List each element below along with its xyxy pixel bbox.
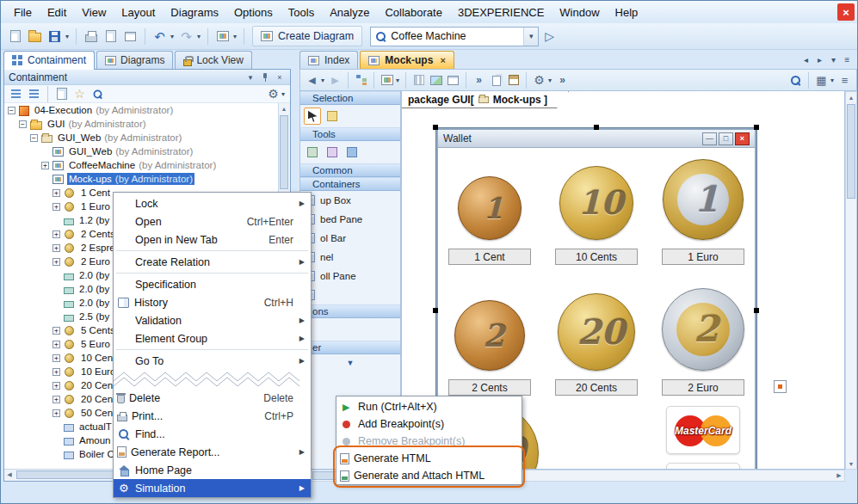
- expand-icon[interactable]: +: [52, 354, 60, 362]
- menu-item-specification[interactable]: Specification: [114, 275, 311, 293]
- palette-header-tools[interactable]: Tools: [300, 127, 400, 141]
- submenu-item-run-ctrl-alt-x[interactable]: Run (Ctrl+Alt+X): [336, 398, 522, 415]
- doc-tab-index[interactable]: Index: [299, 51, 358, 69]
- scroll-right-icon[interactable]: ▶: [834, 470, 844, 481]
- palette-scroll-down-icon[interactable]: ▼: [300, 354, 400, 372]
- forward-icon[interactable]: ▶: [327, 72, 343, 89]
- diagram-options-dropdown-icon[interactable]: ▾: [546, 77, 553, 84]
- menu-diagrams[interactable]: Diagrams: [163, 3, 226, 22]
- scroll-up-icon[interactable]: ▲: [279, 103, 289, 114]
- collapse-icon[interactable]: −: [8, 107, 15, 114]
- wallet-titlebar[interactable]: Wallet — □ ×: [438, 130, 755, 148]
- redo-dropdown-icon[interactable]: ▾: [195, 33, 202, 40]
- coin-cell-20-cents[interactable]: 2020 Cents: [550, 265, 643, 396]
- expand-icon[interactable]: +: [52, 341, 60, 348]
- panel-tab-containment[interactable]: Containment: [3, 51, 95, 69]
- collapse-icon[interactable]: −: [30, 134, 38, 142]
- wallet-card-cell[interactable]: MasterCardVISA: [657, 404, 750, 470]
- overflow-chevron-icon[interactable]: »: [471, 72, 487, 89]
- print-icon[interactable]: [82, 28, 100, 46]
- run-selection-icon[interactable]: ▷: [540, 28, 559, 46]
- close-icon[interactable]: ×: [735, 132, 750, 145]
- expand-icon[interactable]: +: [52, 396, 60, 403]
- menu-edit[interactable]: Edit: [40, 3, 74, 22]
- menu-3dexperience[interactable]: 3DEXPERIENCE: [450, 3, 552, 22]
- menu-view[interactable]: View: [74, 3, 114, 22]
- save-dropdown-icon[interactable]: ▾: [64, 33, 71, 40]
- expand-icon[interactable]: +: [52, 203, 60, 211]
- overflow-chevron-icon[interactable]: »: [554, 72, 571, 89]
- panel-tab-diagrams[interactable]: Diagrams: [96, 51, 173, 69]
- submenu-item-generate-html[interactable]: Generate HTML: [336, 450, 522, 467]
- scrollbar-thumb[interactable]: [280, 115, 288, 189]
- panel-close-icon[interactable]: ×: [274, 71, 286, 83]
- palette-item-oll-pane[interactable]: oll Pane: [300, 267, 400, 286]
- collapse-icon[interactable]: −: [19, 120, 27, 128]
- favorites-icon[interactable]: ☆: [71, 86, 88, 102]
- palette-item-ol-bar[interactable]: ol Bar: [300, 229, 400, 248]
- note-tool-icon[interactable]: [324, 108, 341, 125]
- tree-node-gui-web[interactable]: −GUI_Web(by Administrator): [4, 144, 278, 158]
- canvas-vertical-scrollbar[interactable]: ▲ ▼: [845, 91, 857, 470]
- menu-file[interactable]: File: [6, 3, 40, 22]
- tree-node-gui-web[interactable]: −GUI_Web(by Administrator): [4, 131, 278, 144]
- menu-item-lock[interactable]: Lock▶: [114, 194, 311, 212]
- editor-menu-icon[interactable]: ≡: [841, 52, 854, 66]
- expand-icon[interactable]: +: [52, 258, 60, 266]
- open-project-icon[interactable]: [26, 28, 44, 46]
- menu-item-element-group[interactable]: Element Group▶: [114, 329, 311, 347]
- palette-item-x[interactable]: [300, 286, 400, 304]
- menu-item-history[interactable]: HistoryCtrl+H: [114, 293, 311, 311]
- swap-tool-icon[interactable]: [304, 144, 321, 161]
- scrollbar-thumb[interactable]: [16, 470, 128, 479]
- menu-window[interactable]: Window: [552, 3, 607, 22]
- selection-handle[interactable]: [594, 125, 599, 130]
- open-specification-icon[interactable]: [53, 86, 70, 102]
- tree-node-mock-ups[interactable]: −Mock-ups(by Administrator): [4, 172, 278, 186]
- menu-item-home-page[interactable]: Home Page: [114, 461, 311, 479]
- expand-icon[interactable]: +: [52, 189, 60, 197]
- tree-node-coffeemachine[interactable]: +CoffeeMachine(by Administrator): [4, 158, 278, 172]
- window-close-button[interactable]: ×: [837, 3, 855, 21]
- tab-list-icon[interactable]: ▾: [827, 52, 840, 66]
- related-elements-icon[interactable]: [379, 72, 395, 89]
- pin-icon[interactable]: [259, 71, 271, 83]
- paste-icon[interactable]: [505, 72, 522, 89]
- save-project-icon[interactable]: [46, 28, 64, 46]
- tree-node-gui[interactable]: −GUI(by Administrator): [4, 117, 278, 131]
- create-diagram-button[interactable]: Create Diagram: [252, 26, 362, 46]
- palette-item-bed-pane[interactable]: bed Pane: [300, 210, 400, 229]
- related-diagrams-icon[interactable]: [213, 28, 231, 46]
- coin-cell-2-euro[interactable]: 22 Euro: [657, 265, 750, 396]
- quick-search-icon[interactable]: [90, 86, 106, 102]
- menu-tools[interactable]: Tools: [281, 3, 322, 22]
- insert-frame-icon[interactable]: [445, 72, 461, 89]
- anchor-note-icon[interactable]: [774, 380, 787, 393]
- selection-handle[interactable]: [754, 308, 759, 313]
- expand-icon[interactable]: +: [52, 230, 60, 238]
- menu-item-go-to[interactable]: Go To▶: [114, 352, 311, 370]
- palette-header-er[interactable]: er: [300, 341, 400, 354]
- related-diagrams-dropdown-icon[interactable]: ▾: [231, 33, 238, 40]
- scroll-left-icon[interactable]: ◀: [4, 470, 15, 480]
- back-dropdown-icon[interactable]: ▾: [319, 77, 326, 84]
- palette-header-containers[interactable]: Containers: [300, 177, 400, 191]
- menu-item-print[interactable]: Print...Ctrl+P: [114, 407, 311, 425]
- doc-tab-mock-ups[interactable]: Mock-ups×: [360, 51, 454, 69]
- card-mastercard[interactable]: MasterCard: [666, 406, 740, 454]
- scroll-up-icon[interactable]: ▲: [846, 92, 856, 102]
- expand-icon[interactable]: +: [41, 162, 49, 169]
- diagram-search-icon[interactable]: [787, 72, 804, 89]
- menu-item-find[interactable]: Find...: [114, 425, 311, 443]
- coin-cell-1-cent[interactable]: 11 Cent: [443, 155, 536, 265]
- table-view-dropdown-icon[interactable]: ▾: [829, 77, 836, 84]
- menu-help[interactable]: Help: [608, 3, 646, 22]
- copy-icon[interactable]: [488, 72, 504, 89]
- layout-grid-icon[interactable]: [410, 72, 427, 89]
- maximize-icon[interactable]: □: [719, 132, 733, 145]
- settings-gear-icon[interactable]: ⚙: [265, 86, 281, 102]
- palette-item-up-box[interactable]: up Box: [300, 191, 400, 210]
- expand-icon[interactable]: +: [52, 368, 60, 376]
- diagram-options-gear-icon[interactable]: ⚙: [531, 72, 547, 89]
- palette-header-common[interactable]: Common: [300, 163, 400, 177]
